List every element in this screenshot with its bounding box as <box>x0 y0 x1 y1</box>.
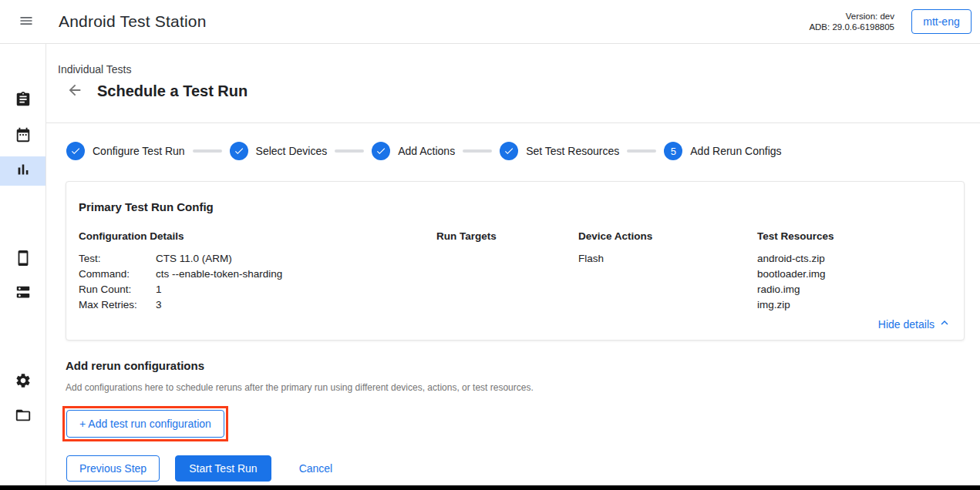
step-label: Set Test Resources <box>526 145 619 157</box>
test-resource-item: android-cts.zip <box>757 251 951 267</box>
config-label: Command: <box>79 267 156 282</box>
folder-icon <box>15 407 32 427</box>
test-resource-item: radio.img <box>757 282 951 297</box>
storage-icon <box>15 284 32 304</box>
step-check-icon <box>500 142 518 160</box>
step-label: Add Rerun Configs <box>690 145 781 157</box>
app-title: Android Test Station <box>59 12 207 31</box>
column-header: Test Resources <box>757 230 951 242</box>
hide-details-link[interactable]: Hide details <box>79 316 951 332</box>
config-row: Run Count: 1 <box>79 282 436 297</box>
previous-step-button[interactable]: Previous Step <box>66 455 160 482</box>
version-label: Version: dev <box>809 11 894 22</box>
rerun-section-heading: Add rerun configurations <box>66 359 980 372</box>
device-action-item: Flash <box>578 251 757 267</box>
step-check-icon <box>66 142 85 160</box>
config-row: Test: CTS 11.0 (ARM) <box>79 251 436 267</box>
chevron-up-icon <box>938 316 951 332</box>
rerun-section-description: Add configurations here to schedule reru… <box>66 382 980 393</box>
sidebar-item-files[interactable] <box>0 402 45 431</box>
step-number: 5 <box>664 142 682 160</box>
app-header: Android Test Station Version: dev ADB: 2… <box>0 0 980 44</box>
step-set-test-resources[interactable]: Set Test Resources <box>500 142 619 160</box>
stepper: Configure Test Run Select Devices Add Ac… <box>66 142 980 160</box>
bar-chart-icon <box>15 161 32 181</box>
breadcrumb: Individual Tests <box>58 63 980 76</box>
config-label: Max Retries: <box>79 297 156 313</box>
adb-version-label: ADB: 29.0.6-6198805 <box>809 22 894 32</box>
config-row: Command: cts --enable-token-sharding <box>79 267 436 282</box>
highlight-box: + Add test run configuration <box>62 406 228 441</box>
gear-icon <box>15 372 32 392</box>
step-label: Add Actions <box>398 145 455 157</box>
column-header: Run Targets <box>436 230 578 242</box>
step-connector <box>193 149 222 153</box>
config-value: 3 <box>156 297 436 313</box>
start-test-run-button[interactable]: Start Test Run <box>175 455 271 482</box>
smartphone-icon <box>15 250 32 270</box>
step-label: Configure Test Run <box>93 145 185 157</box>
sidebar-item-test-plans[interactable] <box>0 122 45 151</box>
sidebar <box>0 44 46 485</box>
device-actions-column: Device Actions Flash <box>578 230 757 313</box>
step-configure-test-run[interactable]: Configure Test Run <box>66 142 185 160</box>
step-check-icon <box>372 142 390 160</box>
hamburger-icon <box>19 13 34 31</box>
step-connector <box>463 149 492 153</box>
back-button[interactable] <box>66 82 84 100</box>
card-title: Primary Test Run Config <box>79 200 951 213</box>
config-value: 1 <box>156 282 436 297</box>
step-label: Select Devices <box>256 145 328 157</box>
sidebar-item-tests[interactable] <box>0 86 45 116</box>
config-value: cts --enable-token-sharding <box>156 267 436 282</box>
config-row: Max Retries: 3 <box>79 297 436 313</box>
step-connector <box>627 149 656 153</box>
arrow-back-icon <box>66 82 83 101</box>
step-connector <box>335 149 364 153</box>
primary-test-run-config-card: Primary Test Run Config Configuration De… <box>66 181 965 341</box>
menu-button[interactable] <box>17 12 35 31</box>
calendar-icon <box>15 126 32 146</box>
test-resources-column: Test Resources android-cts.zip bootloade… <box>757 230 951 313</box>
action-row: Previous Step Start Test Run Cancel <box>66 455 980 482</box>
page-head: Individual Tests Schedule a Test Run <box>46 44 980 123</box>
config-label: Test: <box>79 251 156 267</box>
hide-details-label: Hide details <box>878 318 935 331</box>
clipboard-icon <box>15 91 32 111</box>
config-label: Run Count: <box>79 282 156 297</box>
sidebar-item-test-runs[interactable] <box>0 156 45 186</box>
cancel-button[interactable]: Cancel <box>290 456 342 481</box>
user-button[interactable]: mtt-eng <box>911 9 972 34</box>
main-content: Individual Tests Schedule a Test Run Con… <box>46 44 980 485</box>
sidebar-item-devices[interactable] <box>0 245 45 274</box>
column-header: Device Actions <box>578 230 757 242</box>
step-check-icon <box>230 142 248 160</box>
test-resource-item: img.zip <box>757 297 951 313</box>
sidebar-item-settings[interactable] <box>0 368 45 397</box>
version-info: Version: dev ADB: 29.0.6-6198805 <box>809 11 894 32</box>
page-title: Schedule a Test Run <box>97 82 248 100</box>
bottom-bar <box>0 485 980 490</box>
test-resource-item: bootloader.img <box>757 267 951 282</box>
run-targets-column: Run Targets <box>436 230 578 313</box>
step-select-devices[interactable]: Select Devices <box>230 142 328 160</box>
column-header: Configuration Details <box>79 230 436 242</box>
add-test-run-configuration-button[interactable]: + Add test run configuration <box>66 410 224 438</box>
step-add-actions[interactable]: Add Actions <box>372 142 455 160</box>
sidebar-item-hosts[interactable] <box>0 280 45 309</box>
configuration-details-column: Configuration Details Test: CTS 11.0 (AR… <box>79 230 436 313</box>
step-add-rerun-configs[interactable]: 5 Add Rerun Configs <box>664 142 781 160</box>
config-value: CTS 11.0 (ARM) <box>156 251 436 267</box>
